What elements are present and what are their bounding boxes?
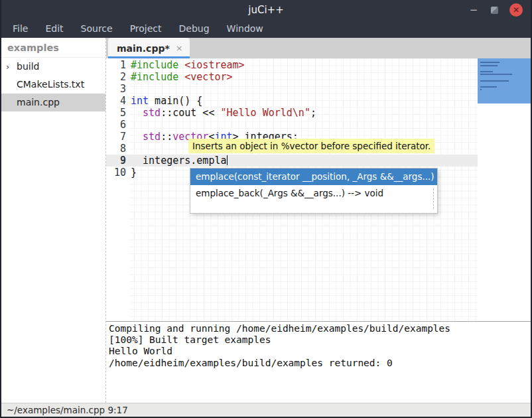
minimap-code-line	[480, 62, 499, 63]
autocomplete-popup: emplace(const_iterator __position, _Args…	[190, 168, 438, 214]
code-token: std	[143, 107, 161, 119]
terminal-line: [100%] Built target examples	[109, 334, 531, 346]
code-line[interactable]: 3	[106, 83, 478, 95]
code-line-text[interactable]: #include <vector>	[126, 71, 478, 83]
text-cursor	[227, 155, 228, 165]
minimap-code-line	[480, 65, 498, 66]
menu-item-file[interactable]: File	[4, 20, 36, 38]
app-window: juCi++ − ✕ FileEditSourceProjectDebugWin…	[0, 0, 532, 418]
close-icon[interactable]: ✕	[509, 3, 523, 17]
terminal-line: Hello World	[109, 346, 531, 357]
minimize-icon[interactable]: −	[468, 4, 480, 16]
menu-item-project[interactable]: Project	[121, 20, 170, 38]
editor-pane: main.cpp*× 1#include <iostream>2#include…	[106, 38, 531, 403]
overview-minimap[interactable]	[478, 58, 531, 321]
main-area: examples ›buildCMakeLists.txtmain.cpp ma…	[1, 38, 531, 403]
line-number: 6	[106, 119, 126, 131]
code-token: ;	[310, 107, 316, 119]
code-token: }	[131, 167, 137, 178]
sidebar-item-label: CMakeLists.txt	[17, 79, 84, 90]
minimap-code-line	[480, 80, 509, 82]
code-token: std	[143, 131, 161, 143]
line-number: 9	[106, 155, 126, 167]
code-token: #include	[131, 59, 184, 71]
menu-item-debug[interactable]: Debug	[170, 20, 218, 38]
code-token	[131, 107, 143, 119]
menu-item-source[interactable]: Source	[72, 20, 121, 38]
window-controls: − ✕	[468, 3, 531, 17]
autocomplete-item[interactable]: emplace_back(_Args &&__args...) --> void	[190, 185, 437, 202]
minimap-slider[interactable]	[478, 58, 531, 104]
file-tree: ›buildCMakeLists.txtmain.cpp	[1, 58, 105, 111]
line-number: 8	[106, 143, 126, 155]
menu-item-window[interactable]: Window	[218, 20, 272, 38]
doc-tooltip: Inserts an object in %vector before spec…	[188, 139, 434, 153]
title-bar[interactable]: juCi++ − ✕	[1, 0, 531, 20]
code-line[interactable]: 6	[106, 119, 478, 131]
code-token: <iostream>	[184, 59, 244, 71]
tab-bar: main.cpp*×	[106, 38, 531, 58]
minimap-code-line	[480, 86, 497, 88]
sidebar-item-label: main.cpp	[17, 97, 60, 107]
code-token: ::	[161, 131, 172, 143]
tab-close-icon[interactable]: ×	[176, 43, 183, 53]
sidebar-item-cmakelists-txt[interactable]: CMakeLists.txt	[1, 76, 105, 94]
code-token: #include	[131, 71, 184, 83]
code-token: int	[131, 95, 149, 107]
status-bar: ~/examples/main.cpp 9:17	[1, 403, 531, 417]
code-line[interactable]: 9 integers.empla	[106, 155, 478, 167]
line-number: 2	[106, 71, 126, 83]
terminal-output[interactable]: Compiling and running /home/eidheim/exam…	[106, 321, 531, 403]
code-line[interactable]: 1#include <iostream>	[106, 59, 478, 71]
line-number: 5	[106, 107, 126, 119]
autocomplete-scrollbar[interactable]	[433, 188, 434, 209]
menu-item-edit[interactable]: Edit	[36, 20, 72, 38]
minimap-code-line	[480, 71, 493, 72]
line-number: 4	[106, 95, 126, 107]
terminal-line: /home/eidheim/examples/build/examples re…	[109, 358, 531, 369]
code-line-text[interactable]	[126, 119, 478, 131]
maximize-icon[interactable]	[491, 7, 498, 14]
terminal-line: Compiling and running /home/eidheim/exam…	[109, 323, 531, 334]
status-file-position: ~/examples/main.cpp 9:17	[7, 405, 128, 415]
sidebar-item-build[interactable]: ›build	[1, 58, 105, 76]
minimap-code-line	[480, 74, 512, 75]
code-token	[131, 131, 143, 143]
code-line[interactable]: 4int main() {	[106, 95, 478, 107]
source-editor[interactable]: 1#include <iostream>2#include <vector>34…	[106, 58, 531, 321]
code-line-text[interactable]: std::cout << "Hello World\n";	[126, 107, 478, 119]
code-line[interactable]: 5 std::cout << "Hello World\n";	[106, 107, 478, 119]
code-token: main() {	[149, 95, 202, 107]
code-line-text[interactable]: #include <iostream>	[126, 59, 478, 71]
chevron-right-icon[interactable]: ›	[6, 58, 9, 76]
sidebar-item-main-cpp[interactable]: main.cpp	[1, 94, 105, 111]
line-number: 3	[106, 83, 126, 95]
line-number: 10	[106, 167, 126, 178]
sidebar-item-label: build	[17, 61, 39, 72]
file-tree-sidebar: examples ›buildCMakeLists.txtmain.cpp	[1, 38, 106, 403]
project-name-header: examples	[1, 38, 105, 58]
code-token: "Hello World\n"	[220, 107, 310, 119]
window-title: juCi++	[1, 4, 531, 16]
code-line-text[interactable]: integers.empla	[126, 155, 478, 167]
code-token: integers.empla	[131, 155, 227, 167]
tab-main-cpp-[interactable]: main.cpp*×	[108, 38, 190, 58]
line-number: 7	[106, 131, 126, 143]
code-line[interactable]: 2#include <vector>	[106, 71, 478, 83]
menu-bar: FileEditSourceProjectDebugWindow	[1, 20, 531, 38]
minimap-code-line	[480, 89, 482, 90]
autocomplete-item[interactable]: emplace(const_iterator __position, _Args…	[190, 169, 437, 185]
code-token: ::cout <<	[161, 107, 220, 119]
tab-label: main.cpp*	[117, 43, 170, 54]
code-line-text[interactable]: int main() {	[126, 95, 478, 107]
code-line-text[interactable]	[126, 83, 478, 95]
code-token: <vector>	[184, 71, 232, 83]
line-number: 1	[106, 59, 126, 71]
